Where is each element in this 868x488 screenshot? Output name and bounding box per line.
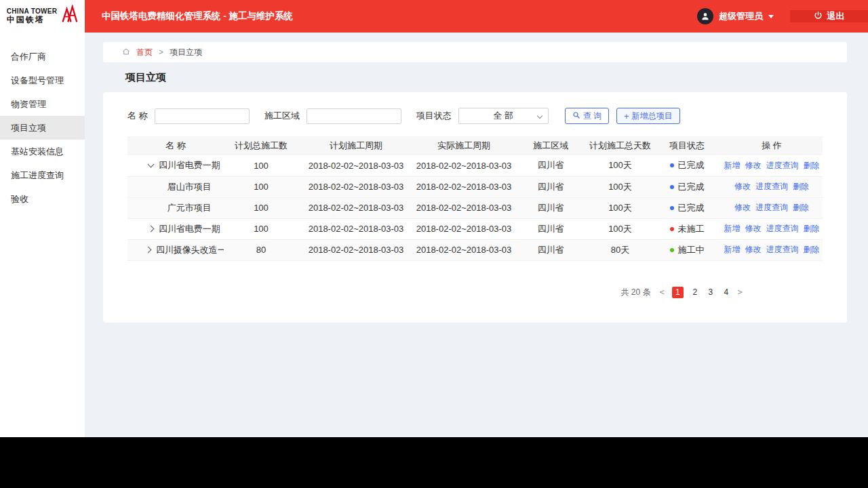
action-add-link[interactable]: 新增	[724, 224, 741, 233]
user-menu[interactable]: 超级管理员	[697, 8, 774, 24]
action-progress-query-link[interactable]: 进度查询	[766, 245, 799, 254]
column-header-status: 项目状态	[653, 136, 721, 155]
planned-count-cell: 100	[224, 218, 298, 239]
planned-count-cell: 100	[224, 197, 298, 218]
table-row: 四川省电费一期 100 2018-02-02~2018-03-03 2018-0…	[127, 218, 823, 239]
action-delete-link[interactable]: 删除	[804, 224, 820, 233]
action-edit-link[interactable]: 修改	[745, 224, 762, 233]
sidebar-item-acceptance[interactable]: 验收	[0, 187, 85, 211]
action-delete-link[interactable]: 删除	[793, 182, 809, 191]
search-icon	[572, 111, 580, 121]
action-edit-link[interactable]: 修改	[734, 182, 751, 191]
page-title: 项目立项	[125, 71, 847, 84]
project-name: 四川省电费一期	[159, 160, 220, 170]
project-name: 四川摄像头改造一期	[156, 245, 224, 255]
chevron-down-icon	[768, 15, 774, 18]
action-progress-query-link[interactable]: 进度查询	[766, 161, 799, 170]
action-progress-query-link[interactable]: 进度查询	[755, 182, 788, 191]
expand-row-icon[interactable]	[144, 246, 151, 253]
action-delete-link[interactable]: 删除	[804, 245, 820, 254]
status-dot	[670, 227, 674, 231]
status-badge: 已完成	[678, 160, 705, 170]
collapse-row-icon[interactable]	[147, 161, 154, 168]
status-filter-select[interactable]: 全 部	[458, 108, 549, 124]
actions-cell: 新增修改进度查询删除	[721, 218, 823, 239]
sidebar-item-partners[interactable]: 合作厂商	[0, 45, 85, 68]
top-header: CHINA TOWER 中国铁塔 中国铁塔电费精细化管理系统 - 施工与维护系统	[0, 0, 868, 33]
status-dot	[670, 248, 674, 252]
action-edit-link[interactable]: 修改	[745, 161, 762, 170]
sidebar-item-device-models[interactable]: 设备型号管理	[0, 68, 85, 92]
status-cell: 已完成	[653, 197, 721, 218]
sidebar-item-materials[interactable]: 物资管理	[0, 92, 85, 116]
actions-cell: 新增修改进度查询删除	[721, 239, 823, 260]
planned-period-cell: 2018-02-02~2018-03-03	[298, 176, 414, 197]
pagination-total: 共 20 条	[621, 287, 651, 298]
status-badge: 已完成	[678, 203, 705, 213]
actions-cell: 修改进度查询删除	[721, 176, 823, 197]
pagination-page-1[interactable]: 1	[672, 287, 684, 298]
table-row-child: 广元市项目 100 2018-02-02~2018-03-03 2018-02-…	[127, 197, 823, 218]
pagination-prev-button[interactable]: <	[660, 287, 665, 297]
main-content: 首页 > 项目立项 项目立项 名 称 施工区域 项目状态 全 部	[85, 33, 868, 437]
status-dot	[670, 206, 674, 210]
status-dot	[670, 163, 674, 167]
planned-days-cell: 100天	[587, 155, 653, 176]
status-cell: 已完成	[653, 155, 721, 176]
action-edit-link[interactable]: 修改	[745, 245, 762, 254]
region-filter-label: 施工区域	[264, 110, 300, 122]
pagination-page-4[interactable]: 4	[722, 287, 730, 297]
actions-cell: 修改进度查询删除	[721, 197, 823, 218]
planned-days-cell: 100天	[587, 197, 653, 218]
action-add-link[interactable]: 新增	[724, 161, 741, 170]
pagination-page-2[interactable]: 2	[691, 287, 699, 297]
planned-count-cell: 80	[224, 239, 298, 260]
search-button[interactable]: 查 询	[565, 108, 609, 124]
pagination: 共 20 条 < 1 2 3 4 >	[127, 287, 823, 298]
sidebar-item-project-initiation[interactable]: 项目立项	[0, 116, 85, 140]
project-name: 四川省电费一期	[159, 224, 220, 234]
sidebar-item-progress-query[interactable]: 施工进度查询	[0, 163, 85, 187]
action-add-link[interactable]: 新增	[724, 245, 741, 254]
action-edit-link[interactable]: 修改	[734, 203, 751, 212]
project-list-card: 名 称 施工区域 项目状态 全 部	[103, 92, 847, 323]
table-row-child: 眉山市项目 100 2018-02-02~2018-03-03 2018-02-…	[127, 176, 823, 197]
project-name: 广元市项目	[167, 203, 212, 213]
status-badge: 未施工	[678, 224, 705, 234]
column-header-name: 名 称	[127, 136, 224, 155]
power-icon	[814, 11, 823, 22]
user-name: 超级管理员	[719, 10, 763, 22]
user-avatar	[697, 8, 713, 24]
actual-period-cell: 2018-02-02~2018-03-03	[414, 218, 514, 239]
planned-period-cell: 2018-02-02~2018-03-03	[298, 218, 414, 239]
planned-period-cell: 2018-02-02~2018-03-03	[298, 239, 414, 260]
region-filter-input[interactable]	[307, 108, 401, 124]
planned-count-cell: 100	[224, 155, 298, 176]
chevron-down-icon	[536, 113, 542, 119]
logout-button[interactable]: 退出	[790, 10, 868, 22]
logo-text-cn: 中国铁塔	[7, 16, 57, 25]
status-badge: 已完成	[678, 182, 705, 192]
pagination-page-3[interactable]: 3	[707, 287, 715, 297]
pagination-next-button[interactable]: >	[738, 287, 743, 297]
action-delete-link[interactable]: 删除	[804, 161, 820, 170]
region-cell: 四川省	[514, 155, 587, 176]
action-progress-query-link[interactable]: 进度查询	[755, 203, 788, 212]
column-header-actual-period: 实际施工周期	[414, 136, 514, 155]
status-cell: 施工中	[653, 239, 721, 260]
breadcrumb-home-link[interactable]: 首页	[136, 47, 153, 58]
planned-days-cell: 100天	[587, 176, 653, 197]
action-delete-link[interactable]: 删除	[793, 203, 809, 212]
sidebar-item-station-install-info[interactable]: 基站安装信息	[0, 140, 85, 163]
name-filter-input[interactable]	[155, 108, 250, 124]
action-progress-query-link[interactable]: 进度查询	[766, 224, 799, 233]
expand-row-icon[interactable]	[147, 225, 154, 232]
add-project-button[interactable]: + 新增总项目	[616, 108, 680, 124]
actual-period-cell: 2018-02-02~2018-03-03	[414, 197, 514, 218]
actual-period-cell: 2018-02-02~2018-03-03	[414, 176, 514, 197]
name-filter-label: 名 称	[127, 110, 148, 122]
breadcrumb-separator: >	[159, 47, 163, 57]
status-cell: 未施工	[653, 218, 721, 239]
sidebar-nav: 合作厂商 设备型号管理 物资管理 项目立项 基站安装信息 施工进度查询 验收	[0, 33, 85, 437]
region-cell: 四川省	[514, 239, 587, 260]
